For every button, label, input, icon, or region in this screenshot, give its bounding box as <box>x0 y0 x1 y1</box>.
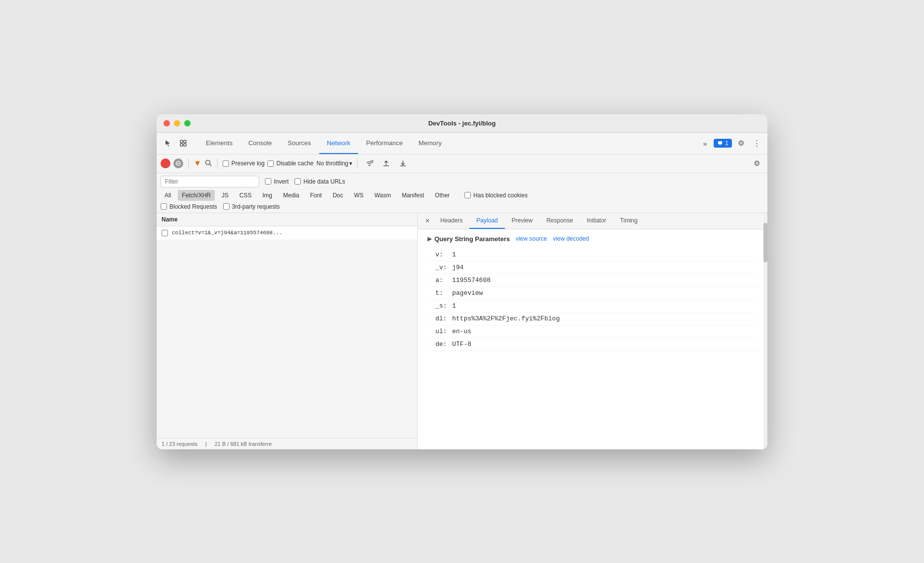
requests-list: collect?v=1&_v=j94&a=1195574608... <box>157 226 417 438</box>
throttle-area[interactable]: No throttling ▾ <box>317 160 353 167</box>
disable-cache-label[interactable]: Disable cache <box>267 160 313 167</box>
tab-response[interactable]: Response <box>539 213 580 229</box>
filter-js[interactable]: JS <box>218 190 232 201</box>
title-bar: DevTools - jec.fyi/blog <box>157 114 767 133</box>
status-bar: 1 / 23 requests | 21 B / 681 kB transfer… <box>157 438 417 449</box>
svg-text:⚙: ⚙ <box>371 160 373 163</box>
nav-toolbar: Elements Console Sources Network Perform… <box>157 133 767 155</box>
has-blocked-cookies-label[interactable]: Has blocked cookies <box>464 192 528 199</box>
minimize-button[interactable] <box>174 120 180 126</box>
section-header: ▶ Query String Parameters view source vi… <box>428 235 758 243</box>
filter-icon: ▼ <box>194 159 201 168</box>
close-button[interactable] <box>164 120 170 126</box>
third-party-checkbox[interactable] <box>223 203 230 210</box>
filter-media[interactable]: Media <box>279 190 303 201</box>
filter-types: All Fetch/XHR JS CSS Img Media Font Doc <box>161 190 763 201</box>
hide-data-urls-label[interactable]: Hide data URLs <box>295 178 345 185</box>
tab-elements[interactable]: Elements <box>198 132 240 154</box>
tab-sources[interactable]: Sources <box>280 132 319 154</box>
blocked-requests-label[interactable]: Blocked Requests <box>161 203 217 210</box>
tab-performance[interactable]: Performance <box>358 132 410 154</box>
scroll-thumb[interactable] <box>763 223 767 262</box>
svg-rect-3 <box>184 144 186 146</box>
cursor-icon[interactable] <box>161 136 174 150</box>
window-title: DevTools - jec.fyi/blog <box>428 120 495 127</box>
scroll-track <box>763 213 767 449</box>
main-content: Name collect?v=1&_v=j94&a=1195574608... … <box>157 213 767 449</box>
tab-console[interactable]: Console <box>240 132 280 154</box>
cancel-button[interactable] <box>173 158 183 168</box>
upload-icon[interactable] <box>379 156 393 170</box>
inspect-icon[interactable] <box>176 136 190 150</box>
filter-ws[interactable]: WS <box>350 190 367 201</box>
filter-doc[interactable]: Doc <box>329 190 347 201</box>
svg-rect-2 <box>180 144 183 146</box>
param-dl: dl: https%3A%2F%2Fjec.fyi%2Fblog <box>428 313 758 325</box>
filter-font[interactable]: Font <box>306 190 326 201</box>
network-settings-icon[interactable]: ⚙ <box>750 156 763 170</box>
param-ul: ul: en-us <box>428 325 758 338</box>
filter-row1: Invert Hide data URLs <box>161 176 763 188</box>
tab-memory[interactable]: Memory <box>411 132 450 154</box>
filter-fetch-xhr[interactable]: Fetch/XHR <box>178 190 215 201</box>
detail-tabs: × Headers Payload Preview Response Initi… <box>418 213 767 229</box>
divider3 <box>357 158 358 168</box>
close-detail-button[interactable]: × <box>422 215 433 227</box>
filter-wasm[interactable]: Wasm <box>370 190 395 201</box>
more-vert-button[interactable]: ⋮ <box>750 136 763 150</box>
invert-checkbox[interactable] <box>265 178 271 185</box>
params-list: v: 1 _v: j94 a: 1195574608 t: pageview <box>428 249 758 351</box>
tab-initiator[interactable]: Initiator <box>580 213 613 229</box>
filter-manifest[interactable]: Manifest <box>398 190 428 201</box>
disable-cache-checkbox[interactable] <box>267 160 274 167</box>
traffic-lights <box>164 120 191 126</box>
svg-line-7 <box>209 164 211 166</box>
download-icon[interactable] <box>396 156 410 170</box>
tab-timing[interactable]: Timing <box>613 213 645 229</box>
preserve-log-checkbox[interactable] <box>223 160 229 167</box>
nav-icons-right: » 1 ⚙ ⋮ <box>698 136 763 150</box>
svg-rect-0 <box>180 140 183 143</box>
invert-label[interactable]: Invert <box>265 178 289 185</box>
tab-preview[interactable]: Preview <box>505 213 540 229</box>
table-row[interactable]: collect?v=1&_v=j94&a=1195574608... <box>157 226 417 240</box>
settings-button[interactable]: ⚙ <box>734 136 748 150</box>
blocked-requests-checkbox[interactable] <box>161 203 167 210</box>
detail-panel: × Headers Payload Preview Response Initi… <box>418 213 767 449</box>
record-button[interactable] <box>161 158 170 168</box>
filter-row3: Blocked Requests 3rd-party requests <box>161 203 763 210</box>
param-a: a: 1195574608 <box>428 274 758 287</box>
detail-content: ▶ Query String Parameters view source vi… <box>418 229 767 449</box>
request-checkbox[interactable] <box>162 230 168 236</box>
preserve-log-label[interactable]: Preserve log <box>223 160 264 167</box>
param-_s: _s: 1 <box>428 300 758 313</box>
divider2 <box>217 158 218 168</box>
filter-input[interactable] <box>161 176 259 188</box>
hide-data-urls-checkbox[interactable] <box>295 178 301 185</box>
svg-rect-1 <box>184 140 186 143</box>
filter-css[interactable]: CSS <box>235 190 256 201</box>
network-toolbar: ▼ Preserve log Disable cache No throttli… <box>157 155 767 173</box>
section-title: ▶ Query String Parameters <box>428 235 510 243</box>
maximize-button[interactable] <box>184 120 191 126</box>
wifi-settings-icon[interactable]: ⚙ <box>363 156 376 170</box>
filter-all[interactable]: All <box>161 190 175 201</box>
filter-img[interactable]: Img <box>259 190 276 201</box>
search-icon[interactable] <box>204 159 212 168</box>
param-v: v: 1 <box>428 249 758 261</box>
more-tabs-button[interactable]: » <box>698 136 712 150</box>
filter-other[interactable]: Other <box>431 190 454 201</box>
notification-badge[interactable]: 1 <box>714 139 732 148</box>
view-source-link[interactable]: view source <box>516 235 547 242</box>
triangle-icon: ▶ <box>428 236 431 242</box>
tab-payload[interactable]: Payload <box>469 213 504 229</box>
view-decoded-link[interactable]: view decoded <box>553 235 589 242</box>
tab-network[interactable]: Network <box>319 132 359 154</box>
param-_v: _v: j94 <box>428 261 758 274</box>
param-de: de: UTF-8 <box>428 338 758 351</box>
tab-headers[interactable]: Headers <box>433 213 469 229</box>
param-t: t: pageview <box>428 287 758 300</box>
has-blocked-cookies-checkbox[interactable] <box>464 192 471 198</box>
devtools-window: DevTools - jec.fyi/blog Elements <box>157 114 767 449</box>
third-party-label[interactable]: 3rd-party requests <box>223 203 280 210</box>
